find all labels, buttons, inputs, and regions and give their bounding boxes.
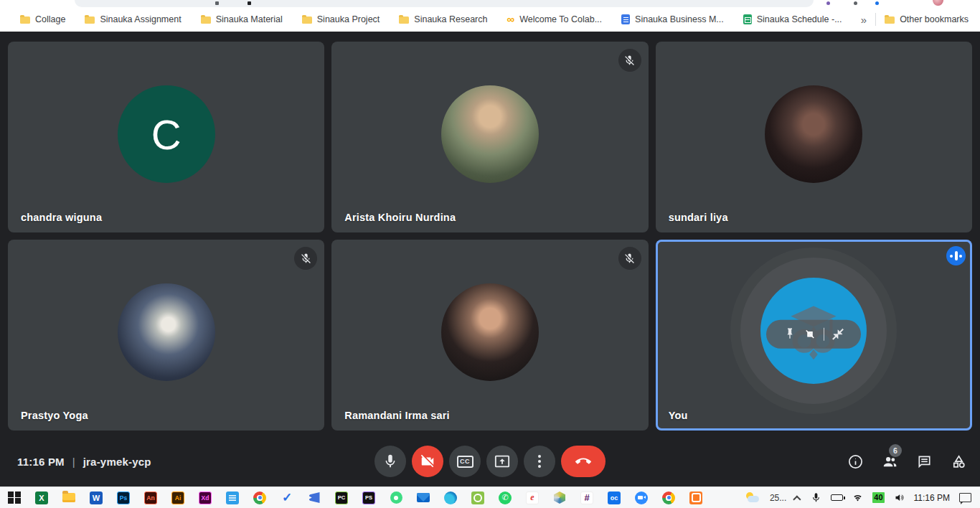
folder-icon bbox=[399, 17, 409, 24]
wifi-icon[interactable] bbox=[852, 492, 863, 503]
taskbar-clock[interactable]: 11:16 PM bbox=[914, 493, 950, 503]
weather-icon[interactable] bbox=[745, 492, 760, 504]
desktop-screen: Collage Sinauka Assignment Sinauka Mater… bbox=[0, 0, 980, 508]
chat-icon bbox=[916, 453, 933, 470]
participant-photo-avatar bbox=[441, 283, 539, 381]
xampp-icon[interactable] bbox=[689, 491, 703, 505]
battery-percent-badge[interactable]: 40 bbox=[872, 492, 884, 503]
system-tray: 25... 40 11:16 PM bbox=[745, 487, 980, 508]
temperature-label[interactable]: 25... bbox=[770, 493, 786, 503]
volume-icon[interactable] bbox=[894, 492, 905, 503]
minimize-tile-icon[interactable] bbox=[831, 328, 844, 341]
start-button[interactable] bbox=[7, 491, 22, 505]
mic-icon bbox=[382, 453, 398, 469]
participant-name: chandra wiguna bbox=[21, 212, 102, 223]
visual-studio-icon[interactable] bbox=[307, 491, 321, 505]
chrome-window-icon[interactable] bbox=[661, 491, 676, 505]
participant-tile-arista[interactable]: Arista Khoiru Nurdina bbox=[331, 42, 648, 232]
whatsapp-icon[interactable]: ✆ bbox=[498, 491, 512, 505]
participant-tile-you-selected[interactable]: You bbox=[656, 240, 972, 431]
windows-logo-icon bbox=[8, 491, 21, 504]
excel-icon[interactable]: X bbox=[34, 491, 49, 505]
chat-button[interactable] bbox=[916, 453, 933, 470]
meeting-clock: 11:16 PM bbox=[17, 456, 65, 468]
drawing-app-icon[interactable]: e bbox=[525, 491, 540, 505]
bookmark-welcome-to-colab[interactable]: ∞ Welcome To Colab... bbox=[507, 14, 602, 24]
file-explorer-icon[interactable] bbox=[62, 491, 76, 505]
extension-icon-fragment bbox=[854, 1, 857, 5]
camera-off-button[interactable] bbox=[412, 446, 443, 477]
present-to-all-icon bbox=[494, 453, 510, 469]
other-bookmarks-label: Other bookmarks bbox=[900, 14, 969, 24]
folder-icon bbox=[20, 17, 30, 24]
adobe-xd-icon[interactable]: Xd bbox=[198, 491, 212, 505]
extension-icon-fragment bbox=[826, 1, 830, 5]
bookmark-sinauka-schedule[interactable]: Sinauka Schedule -... bbox=[743, 14, 842, 24]
panel-controls: 6 bbox=[847, 436, 967, 486]
phpstorm-icon[interactable]: PS bbox=[362, 491, 376, 505]
bookmark-sinauka-material[interactable]: Sinauka Material bbox=[201, 14, 283, 24]
pycharm-icon[interactable]: PC bbox=[334, 491, 349, 505]
participant-name: Ramandani Irma sari bbox=[344, 410, 449, 421]
mic-muted-badge bbox=[294, 247, 317, 270]
slack-icon[interactable]: # bbox=[580, 491, 594, 505]
present-screen-button[interactable] bbox=[486, 446, 518, 477]
other-bookmarks-button[interactable]: Other bookmarks bbox=[885, 14, 969, 24]
shapes-icon bbox=[951, 453, 967, 470]
hidden-icons-chevron-icon[interactable] bbox=[793, 495, 801, 503]
chrome-icon[interactable] bbox=[253, 491, 267, 505]
initial-avatar: C bbox=[118, 85, 215, 183]
edge-icon[interactable] bbox=[443, 491, 458, 505]
participant-tile-ramandani[interactable]: Ramandani Irma sari bbox=[331, 240, 648, 431]
participant-photo-avatar bbox=[765, 85, 862, 183]
activities-button[interactable] bbox=[951, 453, 967, 470]
word-icon[interactable]: W bbox=[89, 491, 103, 505]
meeting-info: 11:16 PM | jra-ymek-ycp bbox=[17, 436, 151, 486]
oc-app-icon[interactable]: oc bbox=[607, 491, 621, 505]
battery-icon[interactable] bbox=[831, 494, 843, 501]
bookmark-sinauka-business[interactable]: Sinauka Business M... bbox=[621, 14, 724, 24]
bookmark-sinauka-research[interactable]: Sinauka Research bbox=[399, 14, 487, 24]
pin-icon[interactable] bbox=[783, 328, 796, 341]
photoshop-icon[interactable]: Ps bbox=[116, 491, 131, 505]
bookmark-sinauka-project[interactable]: Sinauka Project bbox=[302, 14, 380, 24]
show-participants-button[interactable]: 6 bbox=[882, 453, 898, 470]
tile-hover-toolbar bbox=[766, 320, 861, 349]
mail-icon[interactable] bbox=[416, 491, 430, 505]
more-options-button[interactable] bbox=[524, 446, 555, 477]
leave-call-button[interactable] bbox=[561, 446, 606, 477]
action-center-icon[interactable] bbox=[959, 493, 971, 502]
calendar-app-icon[interactable] bbox=[225, 491, 240, 505]
bookmark-label: Sinauka Business M... bbox=[635, 14, 724, 24]
illustrator-icon[interactable]: Ai bbox=[171, 491, 185, 505]
folder-icon bbox=[201, 17, 211, 24]
camera-off-frame-icon[interactable] bbox=[804, 328, 816, 341]
bookmark-sinauka-assignment[interactable]: Sinauka Assignment bbox=[85, 14, 181, 24]
google-sheets-icon bbox=[743, 14, 752, 24]
avatar-initial-letter: C bbox=[151, 110, 182, 158]
bookmarks-overflow-chevron-icon[interactable]: » bbox=[854, 14, 874, 26]
hexagon-app-icon[interactable] bbox=[552, 491, 567, 505]
zoom-app-icon[interactable] bbox=[634, 491, 649, 505]
android-studio-icon[interactable] bbox=[389, 491, 403, 505]
animate-icon[interactable]: An bbox=[143, 491, 158, 505]
participant-photo-avatar bbox=[441, 85, 539, 183]
participant-tile-sundari[interactable]: sundari liya bbox=[656, 42, 972, 232]
tray-microphone-icon[interactable] bbox=[811, 492, 821, 503]
participant-name: Arista Khoiru Nurdina bbox=[344, 212, 456, 223]
meet-control-bar: 11:16 PM | jra-ymek-ycp CC bbox=[0, 436, 980, 486]
captions-button[interactable]: CC bbox=[449, 446, 481, 477]
participant-tile-prastyo[interactable]: Prastyo Yoga bbox=[8, 240, 324, 431]
bookmarks-divider bbox=[875, 13, 876, 26]
tab-favicon-fragment bbox=[248, 1, 251, 5]
participant-tile-chandra-wiguna[interactable]: C chandra wiguna bbox=[8, 42, 324, 232]
taskbar-apps: X W Ps An Ai Xd ✓ PC PS ✆ e # oc bbox=[0, 491, 703, 505]
participant-name: Prastyo Yoga bbox=[21, 410, 88, 421]
call-controls: CC bbox=[374, 436, 606, 486]
browser-profile-avatar[interactable] bbox=[933, 0, 943, 6]
meeting-details-button[interactable] bbox=[847, 453, 864, 470]
todo-check-icon[interactable]: ✓ bbox=[280, 491, 294, 505]
screen-recorder-icon[interactable] bbox=[471, 491, 485, 505]
bookmark-collage[interactable]: Collage bbox=[20, 14, 65, 24]
microphone-button[interactable] bbox=[374, 446, 406, 477]
